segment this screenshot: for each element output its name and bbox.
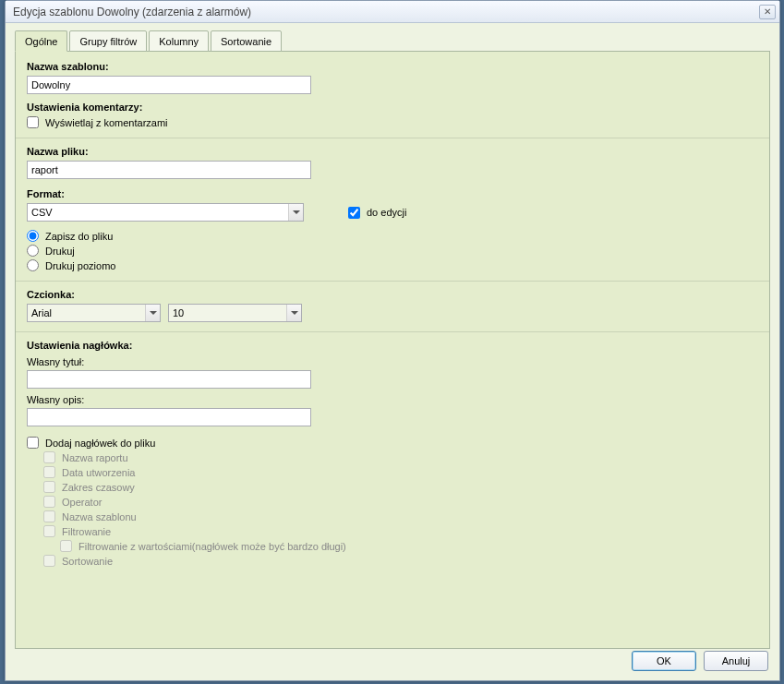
font-label: Czcionka: <box>27 289 758 300</box>
divider <box>16 331 769 332</box>
hdr-template-name-label: Nazwa szablonu <box>62 511 137 522</box>
file-name-input[interactable] <box>27 161 311 179</box>
show-with-comments-label: Wyświetlaj z komentarzami <box>45 117 168 128</box>
editable-row[interactable]: do edycji <box>348 207 406 219</box>
format-value: CSV <box>28 205 288 220</box>
hdr-filtering-values-row[interactable]: Filtrowanie z wartościami(nagłówek może … <box>60 540 758 552</box>
close-button[interactable]: ✕ <box>759 5 776 19</box>
tab-columns[interactable]: Kolumny <box>149 30 209 52</box>
print-landscape-radio[interactable] <box>27 259 39 271</box>
divider <box>16 138 769 138</box>
header-settings-label: Ustawienia nagłówka: <box>27 340 758 351</box>
hdr-template-name-row[interactable]: Nazwa szablonu <box>43 510 758 522</box>
divider <box>16 281 769 282</box>
chevron-down-icon <box>288 204 303 221</box>
font-size-select[interactable]: 10 <box>168 304 302 322</box>
hdr-operator-checkbox[interactable] <box>43 496 55 508</box>
comment-settings-label: Ustawienia komentarzy: <box>27 102 758 113</box>
font-family-value: Arial <box>28 306 145 320</box>
add-header-checkbox[interactable] <box>27 437 39 449</box>
hdr-filtering-values-label: Filtrowanie z wartościami(nagłówek może … <box>78 541 346 552</box>
hdr-time-range-checkbox[interactable] <box>43 481 55 493</box>
hdr-creation-date-row[interactable]: Data utworzenia <box>43 466 758 478</box>
hdr-report-name-label: Nazwa raportu <box>62 452 128 463</box>
hdr-creation-date-checkbox[interactable] <box>43 466 55 478</box>
template-name-label: Nazwa szablonu: <box>27 61 758 72</box>
hdr-sorting-label: Sortowanie <box>62 556 113 567</box>
print-landscape-row[interactable]: Drukuj poziomo <box>27 259 758 271</box>
tab-sorting[interactable]: Sortowanie <box>211 30 282 52</box>
print-landscape-label: Drukuj poziomo <box>45 260 115 271</box>
print-label: Drukuj <box>45 246 75 257</box>
ok-button[interactable]: OK <box>632 651 696 671</box>
own-title-input[interactable] <box>27 370 311 389</box>
dialog-window: Edycja szablonu Dowolny (zdarzenia z ala… <box>5 0 780 681</box>
own-desc-input[interactable] <box>27 408 311 426</box>
hdr-filtering-label: Filtrowanie <box>62 526 111 537</box>
font-size-value: 10 <box>169 306 286 320</box>
font-family-select[interactable]: Arial <box>27 304 161 322</box>
show-with-comments-checkbox[interactable] <box>27 116 39 128</box>
tab-panel-general: Nazwa szablonu: Ustawienia komentarzy: W… <box>15 51 770 649</box>
save-to-file-radio[interactable] <box>27 230 39 242</box>
titlebar: Edycja szablonu Dowolny (zdarzenia z ala… <box>6 1 779 23</box>
format-label: Format: <box>27 188 758 199</box>
add-header-row[interactable]: Dodaj nagłówek do pliku <box>27 437 758 449</box>
print-radio[interactable] <box>27 245 39 257</box>
print-row[interactable]: Drukuj <box>27 245 758 257</box>
hdr-filtering-values-checkbox[interactable] <box>60 540 72 552</box>
close-icon: ✕ <box>764 6 771 17</box>
file-name-label: Nazwa pliku: <box>27 146 758 157</box>
hdr-filtering-checkbox[interactable] <box>43 525 55 537</box>
tab-general[interactable]: Ogólne <box>15 30 67 52</box>
hdr-report-name-checkbox[interactable] <box>43 451 55 463</box>
hdr-report-name-row[interactable]: Nazwa raportu <box>43 451 758 463</box>
show-with-comments-row[interactable]: Wyświetlaj z komentarzami <box>27 116 758 128</box>
hdr-sorting-checkbox[interactable] <box>43 555 55 567</box>
template-name-input[interactable] <box>27 76 311 94</box>
chevron-down-icon <box>145 305 160 321</box>
dialog-body: Ogólne Grupy filtrów Kolumny Sortowanie … <box>6 23 779 656</box>
editable-label: do edycji <box>367 207 406 218</box>
hdr-template-name-checkbox[interactable] <box>43 510 55 522</box>
add-header-label: Dodaj nagłówek do pliku <box>45 438 155 449</box>
own-desc-label: Własny opis: <box>27 394 758 405</box>
dialog-buttons: OK Anuluj <box>632 651 768 671</box>
cancel-button[interactable]: Anuluj <box>704 651 768 671</box>
own-title-label: Własny tytuł: <box>27 356 758 367</box>
chevron-down-icon <box>286 305 301 321</box>
hdr-time-range-label: Zakres czasowy <box>62 482 135 493</box>
hdr-sorting-row[interactable]: Sortowanie <box>43 555 758 567</box>
hdr-filtering-row[interactable]: Filtrowanie <box>43 525 758 537</box>
hdr-operator-label: Operator <box>62 497 102 508</box>
hdr-creation-date-label: Data utworzenia <box>62 467 136 478</box>
window-title: Edycja szablonu Dowolny (zdarzenia z ala… <box>13 6 759 18</box>
hdr-time-range-row[interactable]: Zakres czasowy <box>43 481 758 493</box>
save-to-file-row[interactable]: Zapisz do pliku <box>27 230 758 242</box>
tab-bar: Ogólne Grupy filtrów Kolumny Sortowanie <box>15 30 770 52</box>
hdr-operator-row[interactable]: Operator <box>43 496 758 508</box>
tab-filter-groups[interactable]: Grupy filtrów <box>69 30 147 52</box>
save-to-file-label: Zapisz do pliku <box>45 231 113 242</box>
editable-checkbox[interactable] <box>348 207 360 219</box>
format-select[interactable]: CSV <box>27 203 304 222</box>
